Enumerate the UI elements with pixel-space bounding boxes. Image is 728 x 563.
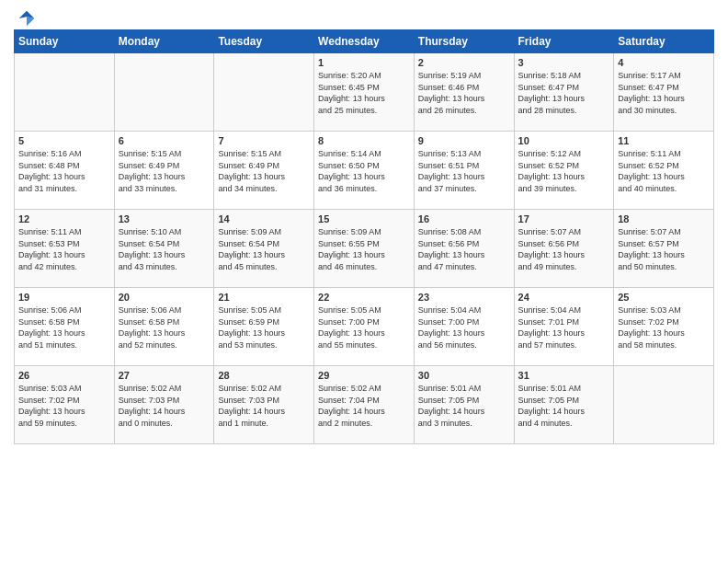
day-info: Sunrise: 5:01 AM Sunset: 7:05 PM Dayligh…	[418, 383, 510, 429]
day-number: 25	[618, 292, 710, 303]
header	[14, 9, 714, 24]
calendar-cell: 14Sunrise: 5:09 AM Sunset: 6:54 PM Dayli…	[214, 210, 314, 288]
calendar-cell: 25Sunrise: 5:03 AM Sunset: 7:02 PM Dayli…	[614, 288, 714, 366]
calendar-cell: 23Sunrise: 5:04 AM Sunset: 7:00 PM Dayli…	[414, 288, 514, 366]
weekday-header: Wednesday	[314, 30, 415, 53]
calendar-cell: 24Sunrise: 5:04 AM Sunset: 7:01 PM Dayli…	[514, 288, 614, 366]
weekday-header: Monday	[114, 30, 214, 53]
day-info: Sunrise: 5:01 AM Sunset: 7:05 PM Dayligh…	[518, 383, 610, 429]
day-info: Sunrise: 5:15 AM Sunset: 6:49 PM Dayligh…	[119, 148, 210, 194]
calendar-cell: 1Sunrise: 5:20 AM Sunset: 6:45 PM Daylig…	[314, 53, 415, 132]
logo	[14, 9, 36, 24]
calendar-cell: 28Sunrise: 5:02 AM Sunset: 7:03 PM Dayli…	[214, 366, 314, 444]
day-number: 17	[518, 213, 610, 224]
calendar-cell: 12Sunrise: 5:11 AM Sunset: 6:53 PM Dayli…	[15, 210, 115, 288]
calendar: SundayMondayTuesdayWednesdayThursdayFrid…	[14, 29, 714, 444]
calendar-week: 12Sunrise: 5:11 AM Sunset: 6:53 PM Dayli…	[15, 210, 714, 288]
weekday-header: Sunday	[15, 30, 115, 53]
day-number: 6	[119, 135, 210, 146]
day-info: Sunrise: 5:13 AM Sunset: 6:51 PM Dayligh…	[418, 148, 510, 194]
weekday-header: Thursday	[414, 30, 514, 53]
day-number: 15	[318, 213, 410, 224]
calendar-cell: 6Sunrise: 5:15 AM Sunset: 6:49 PM Daylig…	[114, 132, 214, 210]
day-info: Sunrise: 5:16 AM Sunset: 6:48 PM Dayligh…	[18, 148, 110, 194]
calendar-cell: 5Sunrise: 5:16 AM Sunset: 6:48 PM Daylig…	[15, 132, 115, 210]
day-info: Sunrise: 5:19 AM Sunset: 6:46 PM Dayligh…	[418, 70, 510, 116]
calendar-cell: 7Sunrise: 5:15 AM Sunset: 6:49 PM Daylig…	[214, 132, 314, 210]
calendar-cell: 11Sunrise: 5:11 AM Sunset: 6:52 PM Dayli…	[614, 132, 714, 210]
day-info: Sunrise: 5:08 AM Sunset: 6:56 PM Dayligh…	[418, 226, 510, 272]
day-number: 24	[518, 292, 610, 303]
calendar-cell: 2Sunrise: 5:19 AM Sunset: 6:46 PM Daylig…	[414, 53, 514, 132]
calendar-cell: 3Sunrise: 5:18 AM Sunset: 6:47 PM Daylig…	[514, 53, 614, 132]
calendar-cell: 20Sunrise: 5:06 AM Sunset: 6:58 PM Dayli…	[114, 288, 214, 366]
day-info: Sunrise: 5:14 AM Sunset: 6:50 PM Dayligh…	[318, 148, 410, 194]
day-number: 9	[418, 135, 510, 146]
day-number: 29	[318, 370, 410, 381]
calendar-cell: 10Sunrise: 5:12 AM Sunset: 6:52 PM Dayli…	[514, 132, 614, 210]
calendar-cell: 31Sunrise: 5:01 AM Sunset: 7:05 PM Dayli…	[514, 366, 614, 444]
day-info: Sunrise: 5:05 AM Sunset: 6:59 PM Dayligh…	[218, 304, 310, 350]
day-number: 5	[18, 135, 110, 146]
day-info: Sunrise: 5:03 AM Sunset: 7:02 PM Dayligh…	[18, 383, 110, 429]
day-info: Sunrise: 5:02 AM Sunset: 7:03 PM Dayligh…	[119, 383, 210, 429]
day-number: 20	[119, 292, 210, 303]
day-number: 14	[218, 213, 310, 224]
day-number: 27	[119, 370, 210, 381]
day-number: 22	[318, 292, 410, 303]
day-number: 1	[318, 57, 410, 68]
day-info: Sunrise: 5:11 AM Sunset: 6:52 PM Dayligh…	[618, 148, 710, 194]
calendar-cell: 17Sunrise: 5:07 AM Sunset: 6:56 PM Dayli…	[514, 210, 614, 288]
day-info: Sunrise: 5:03 AM Sunset: 7:02 PM Dayligh…	[618, 304, 710, 350]
day-info: Sunrise: 5:06 AM Sunset: 6:58 PM Dayligh…	[119, 304, 210, 350]
weekday-header: Friday	[514, 30, 614, 53]
calendar-week: 26Sunrise: 5:03 AM Sunset: 7:02 PM Dayli…	[15, 366, 714, 444]
header-row: SundayMondayTuesdayWednesdayThursdayFrid…	[15, 30, 714, 53]
calendar-cell	[214, 53, 314, 132]
calendar-week: 1Sunrise: 5:20 AM Sunset: 6:45 PM Daylig…	[15, 53, 714, 132]
day-number: 23	[418, 292, 510, 303]
calendar-cell: 21Sunrise: 5:05 AM Sunset: 6:59 PM Dayli…	[214, 288, 314, 366]
day-number: 7	[218, 135, 310, 146]
weekday-header: Saturday	[614, 30, 714, 53]
day-number: 12	[18, 213, 110, 224]
page: SundayMondayTuesdayWednesdayThursdayFrid…	[0, 0, 728, 563]
day-info: Sunrise: 5:12 AM Sunset: 6:52 PM Dayligh…	[518, 148, 610, 194]
calendar-header: SundayMondayTuesdayWednesdayThursdayFrid…	[15, 30, 714, 53]
day-number: 21	[218, 292, 310, 303]
day-info: Sunrise: 5:11 AM Sunset: 6:53 PM Dayligh…	[18, 226, 110, 272]
calendar-cell	[15, 53, 115, 132]
day-number: 10	[518, 135, 610, 146]
svg-marker-1	[27, 17, 34, 26]
calendar-cell: 15Sunrise: 5:09 AM Sunset: 6:55 PM Dayli…	[314, 210, 415, 288]
calendar-cell: 9Sunrise: 5:13 AM Sunset: 6:51 PM Daylig…	[414, 132, 514, 210]
calendar-body: 1Sunrise: 5:20 AM Sunset: 6:45 PM Daylig…	[15, 53, 714, 444]
calendar-week: 5Sunrise: 5:16 AM Sunset: 6:48 PM Daylig…	[15, 132, 714, 210]
day-info: Sunrise: 5:18 AM Sunset: 6:47 PM Dayligh…	[518, 70, 610, 116]
day-info: Sunrise: 5:09 AM Sunset: 6:54 PM Dayligh…	[218, 226, 310, 272]
calendar-cell: 30Sunrise: 5:01 AM Sunset: 7:05 PM Dayli…	[414, 366, 514, 444]
day-number: 16	[418, 213, 510, 224]
day-info: Sunrise: 5:04 AM Sunset: 7:00 PM Dayligh…	[418, 304, 510, 350]
day-number: 13	[119, 213, 210, 224]
day-number: 8	[318, 135, 410, 146]
calendar-cell: 16Sunrise: 5:08 AM Sunset: 6:56 PM Dayli…	[414, 210, 514, 288]
day-info: Sunrise: 5:09 AM Sunset: 6:55 PM Dayligh…	[318, 226, 410, 272]
day-info: Sunrise: 5:07 AM Sunset: 6:56 PM Dayligh…	[518, 226, 610, 272]
day-info: Sunrise: 5:02 AM Sunset: 7:04 PM Dayligh…	[318, 383, 410, 429]
logo-icon	[17, 9, 36, 28]
day-number: 18	[618, 213, 710, 224]
calendar-cell: 19Sunrise: 5:06 AM Sunset: 6:58 PM Dayli…	[15, 288, 115, 366]
day-number: 2	[418, 57, 510, 68]
calendar-cell: 26Sunrise: 5:03 AM Sunset: 7:02 PM Dayli…	[15, 366, 115, 444]
day-number: 31	[518, 370, 610, 381]
calendar-cell: 4Sunrise: 5:17 AM Sunset: 6:47 PM Daylig…	[614, 53, 714, 132]
day-info: Sunrise: 5:06 AM Sunset: 6:58 PM Dayligh…	[18, 304, 110, 350]
day-number: 26	[18, 370, 110, 381]
calendar-cell: 22Sunrise: 5:05 AM Sunset: 7:00 PM Dayli…	[314, 288, 415, 366]
calendar-cell: 18Sunrise: 5:07 AM Sunset: 6:57 PM Dayli…	[614, 210, 714, 288]
calendar-cell: 13Sunrise: 5:10 AM Sunset: 6:54 PM Dayli…	[114, 210, 214, 288]
calendar-cell	[614, 366, 714, 444]
day-info: Sunrise: 5:15 AM Sunset: 6:49 PM Dayligh…	[218, 148, 310, 194]
day-number: 4	[618, 57, 710, 68]
